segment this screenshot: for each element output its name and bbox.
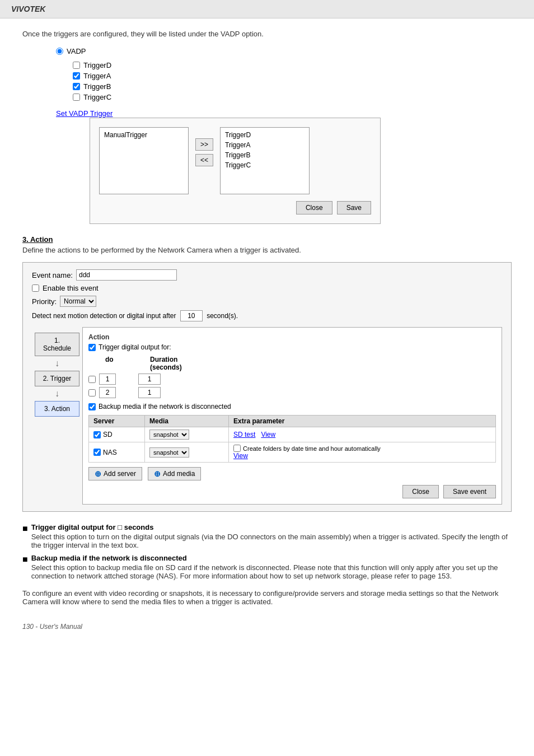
right-triggerC[interactable]: TriggerC [223,160,307,170]
event-name-row: Event name: [32,269,502,281]
trigger-digital-checkbox[interactable] [88,344,96,351]
sd-checked[interactable] [93,431,101,438]
action-section-heading: 3. Action [22,235,512,244]
sd-test-link[interactable]: SD test [233,431,255,438]
event-layout: 1. Schedule ↓ 2. Trigger ↓ 3. Action Act… [32,327,502,505]
step-action[interactable]: 3. Action [35,401,79,417]
vadp-radio-row: VADP [56,47,512,55]
priority-row: Priority: Normal High Low [32,296,502,307]
bullet-content-1: Trigger digital output for □ seconds Sel… [31,523,512,549]
bullet-text-1: Select this option to turn on the digita… [31,533,512,549]
triggerD-checkbox[interactable] [73,62,80,69]
sd-media-select[interactable]: snapshot video [149,430,189,440]
action-header: Action [88,333,496,341]
backup-checkbox[interactable] [88,403,96,410]
triggerD-label: TriggerD [83,61,111,69]
bullet-dot-1: ■ [22,523,28,549]
vadp-dialog: ManualTrigger >> << TriggerD TriggerA Tr… [90,118,381,224]
vadp-left-list[interactable]: ManualTrigger [99,127,189,194]
detect-label: Detect next motion detection or digital … [32,312,176,320]
vadp-close-btn[interactable]: Close [296,201,332,214]
manual-trigger-item[interactable]: ManualTrigger [102,130,186,140]
trigger-item: TriggerD [73,61,512,69]
add-server-icon: ⊕ [95,469,101,478]
trigger-digital-label: Trigger digital output for: [99,343,171,351]
step-schedule[interactable]: 1. Schedule [35,333,79,356]
vadp-arrows: >> << [195,127,213,166]
panel-buttons: Close Save event [88,485,496,498]
nas-view-link[interactable]: View [233,452,248,460]
header: VIVOTEK [0,0,534,18]
bullet-title-1: Trigger digital output for □ seconds [31,523,512,531]
right-triggerB[interactable]: TriggerB [223,150,307,160]
add-media-icon: ⊕ [154,469,161,478]
trigger-item: TriggerB [73,82,512,91]
event-name-input[interactable] [76,269,177,281]
sd-view-link[interactable]: View [261,431,275,438]
dur-value-1[interactable] [138,374,161,385]
detect-input[interactable] [180,310,203,321]
enable-checkbox[interactable] [32,284,39,292]
dur-number-1[interactable] [99,374,116,385]
duration-seconds-header: Duration(seconds) [150,356,182,371]
sd-extra-cell: SD test View [229,427,496,442]
trigger-item: TriggerC [73,93,512,101]
right-triggerD[interactable]: TriggerD [223,130,307,140]
add-media-btn[interactable]: ⊕ Add media [148,467,201,480]
step-arrow-1: ↓ [55,358,59,368]
right-triggerA[interactable]: TriggerA [223,140,307,150]
nas-checked[interactable] [93,449,101,456]
priority-label: Priority: [32,297,57,306]
triggerA-checkbox[interactable] [73,72,80,80]
event-panel: Event name: Enable this event Priority: … [22,262,512,512]
event-name-label: Event name: [32,271,73,279]
save-event-btn[interactable]: Save event [443,485,496,498]
priority-select[interactable]: Normal High Low [60,296,96,307]
sd-server-cell: SD [89,427,145,442]
enable-row: Enable this event [32,284,502,292]
enable-label: Enable this event [43,284,99,292]
step-arrow-2: ↓ [55,389,59,399]
detect-row: Detect next motion detection or digital … [32,310,502,321]
duration-header: do Duration(seconds) [105,356,496,371]
intro-text: Once the triggers are configured, they w… [22,30,512,38]
table-row-sd: SD snapshot video SD test [89,427,496,442]
close-btn[interactable]: Close [402,485,439,498]
vadp-section: VADP TriggerD TriggerA TriggerB TriggerC… [56,47,512,224]
nas-media-cell: snapshot video [145,442,229,463]
backup-label: Backup media if the network is disconnec… [99,403,231,410]
set-vadp-link[interactable]: Set VADP Trigger [56,109,113,118]
nas-media-select[interactable]: snapshot video [149,447,189,458]
dur-checkbox-2[interactable] [88,389,96,396]
nas-server-cell: NAS [89,442,145,463]
trigger-item: TriggerA [73,72,512,80]
forward-arrow-btn[interactable]: >> [195,138,213,151]
dur-checkbox-1[interactable] [88,376,96,383]
vadp-right-list[interactable]: TriggerD TriggerA TriggerB TriggerC [220,127,310,194]
dur-number-2[interactable] [99,387,116,398]
triggerC-label: TriggerC [83,93,111,101]
add-server-btn[interactable]: ⊕ Add server [88,467,142,480]
backup-row: Backup media if the network is disconnec… [88,403,496,410]
dur-value-2[interactable] [138,387,161,398]
back-arrow-btn[interactable]: << [195,154,213,166]
bullet-content-2: Backup media if the network is disconnec… [31,554,512,580]
vadp-radio[interactable] [56,48,63,55]
triggerB-checkbox[interactable] [73,83,80,90]
server-col-header: Server [89,416,145,427]
header-title: VIVOTEK [11,4,45,13]
bullet-title-2: Backup media if the network is disconnec… [31,554,512,562]
media-col-header: Media [145,416,229,427]
page-number: 130 - User's Manual [22,623,512,631]
triggerC-checkbox[interactable] [73,94,80,101]
nas-label: NAS [103,449,117,456]
nas-folder-checkbox[interactable] [233,445,241,452]
add-buttons-row: ⊕ Add server ⊕ Add media [88,467,496,480]
step-trigger[interactable]: 2. Trigger [35,371,79,386]
trigger-list: TriggerD TriggerA TriggerB TriggerC [73,61,512,101]
trigger-digital-row: Trigger digital output for: [88,343,496,351]
sd-label: SD [103,431,113,438]
duration-row-2 [88,387,496,398]
sd-media-cell: snapshot video [145,427,229,442]
vadp-save-btn[interactable]: Save [337,201,371,214]
